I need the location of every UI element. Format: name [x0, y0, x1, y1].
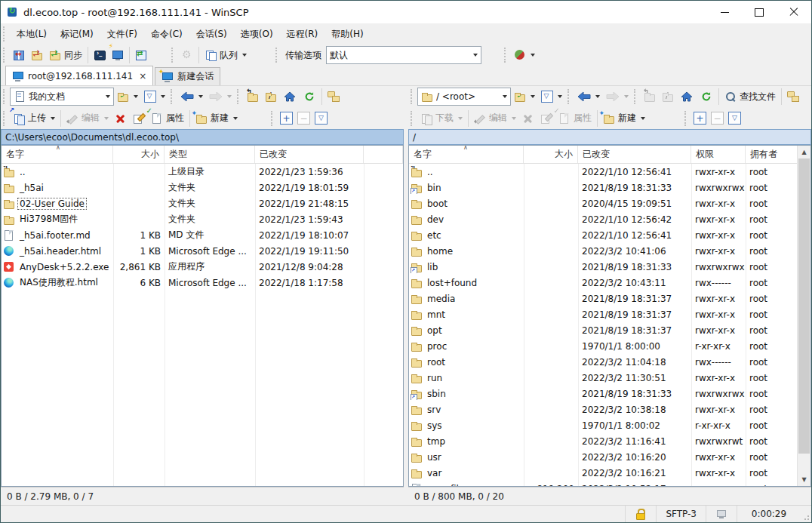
remote-refresh-button[interactable] — [697, 88, 715, 106]
upload-button[interactable]: 上传 — [11, 109, 57, 128]
local-rename-button[interactable] — [131, 109, 147, 128]
file-row[interactable]: var2022/3/2 10:16:21rwxr-xr-xroot — [409, 465, 798, 481]
remote-properties-button[interactable]: 属性 — [556, 109, 594, 128]
scrollbar-thumb[interactable] — [798, 158, 810, 454]
scroll-down-icon[interactable]: ▼ — [798, 473, 810, 486]
file-row[interactable]: proc1970/1/1 8:00:00r-xr-xr-xroot — [409, 338, 798, 354]
local-path-bar[interactable]: C:\Users\ecoo\Documents\dl.ecoo.top\ — [1, 129, 404, 145]
remote-location-combobox[interactable]: / <root> — [417, 88, 511, 106]
find-files-button[interactable]: 查找文件 — [722, 88, 778, 106]
menu-local[interactable]: 本地(L) — [10, 23, 54, 45]
console-button[interactable] — [109, 46, 126, 64]
file-row[interactable]: opt2021/8/19 18:31:37rwxr-xr-xroot — [409, 322, 798, 338]
file-row[interactable]: sys1970/1/1 8:00:02r-xr-xr-xroot — [409, 417, 798, 433]
menu-session[interactable]: 会话(S) — [189, 23, 234, 45]
file-row[interactable]: run2022/3/2 11:30:51rwxr-xr-xroot — [409, 370, 798, 386]
tab-close-icon[interactable]: × — [139, 71, 146, 82]
menu-mark[interactable]: 标记(M) — [54, 23, 100, 45]
transfer-mode-button[interactable] — [512, 46, 537, 64]
menu-options[interactable]: 选项(O) — [234, 23, 280, 45]
transfer-preset-combobox[interactable]: 默认 — [326, 46, 481, 64]
local-root-directory-button[interactable] — [263, 88, 279, 106]
invert-selection-button[interactable]: ▽ — [728, 112, 741, 125]
maximize-button[interactable] — [742, 1, 777, 23]
remote-path-bar[interactable]: / — [408, 129, 811, 145]
connection-cell[interactable] — [706, 506, 737, 522]
new-session-tab[interactable]: 新建会话 — [155, 67, 220, 85]
synchronize-browsing-button[interactable] — [29, 46, 45, 64]
file-row[interactable]: media2021/8/19 18:31:37rwxr-xr-xroot — [409, 291, 798, 306]
select-remove-button[interactable]: − — [711, 112, 724, 125]
refresh-panels-button[interactable] — [133, 46, 149, 64]
remote-delete-button[interactable] — [520, 109, 537, 128]
file-row[interactable]: NAS使用教程.html6 KBMicrosoft Edge ...2022/1… — [2, 275, 403, 291]
remote-open-directory-button[interactable] — [512, 88, 537, 106]
local-edit-button[interactable]: 编辑 — [64, 109, 111, 128]
encryption-cell[interactable] — [625, 506, 656, 522]
combobox-dropdown-button[interactable] — [101, 88, 113, 105]
scroll-up-icon[interactable]: ▲ — [798, 146, 810, 158]
combobox-dropdown-button[interactable] — [469, 47, 481, 63]
remote-root-directory-button[interactable] — [660, 88, 676, 106]
file-row[interactable]: _h5ai.header.html1 KBMicrosoft Edge ...2… — [2, 243, 403, 259]
remote-back-button[interactable] — [575, 88, 602, 106]
resize-grip[interactable] — [802, 513, 810, 521]
preferences-button[interactable] — [179, 46, 195, 64]
select-add-button[interactable]: + — [694, 112, 706, 125]
file-row[interactable]: srv2022/3/2 10:38:18rwxr-xr-xroot — [409, 401, 798, 417]
file-row[interactable]: boot2020/4/15 19:09:51rwxr-xr-xroot — [409, 195, 798, 211]
file-row[interactable]: mnt2021/8/19 18:31:37rwxr-xr-xroot — [409, 306, 798, 322]
minimize-button[interactable] — [707, 1, 742, 23]
column-header-size[interactable]: 大小 — [113, 146, 165, 163]
download-button[interactable]: 下载 — [418, 109, 465, 128]
local-delete-button[interactable] — [112, 109, 129, 128]
remote-parent-directory-button[interactable] — [641, 88, 658, 106]
remote-new-button[interactable]: 新建 — [601, 109, 647, 128]
local-location-combobox[interactable]: 我的文档 — [10, 88, 114, 106]
select-add-button[interactable]: + — [280, 112, 293, 125]
local-back-button[interactable] — [178, 88, 205, 106]
file-row[interactable]: 02-User Guide文件夹2022/1/19 21:48:15 — [2, 195, 403, 211]
close-button[interactable] — [777, 1, 811, 23]
remote-filter-button[interactable] — [539, 88, 564, 106]
menu-help[interactable]: 帮助(H) — [324, 23, 370, 45]
vertical-scrollbar[interactable]: ▲ ▼ — [797, 146, 810, 486]
local-parent-directory-button[interactable] — [245, 88, 261, 106]
protocol-cell[interactable]: SFTP-3 — [656, 506, 706, 522]
file-row[interactable]: swapfile819,2002022/3/2 10:52:17rw------… — [409, 481, 798, 486]
menu-commands[interactable]: 命令(C) — [144, 23, 189, 45]
file-row[interactable]: tmp2022/3/2 11:16:41rwxrwxrwtroot — [409, 433, 798, 449]
file-row[interactable]: ..2022/1/10 12:56:41rwxr-xr-xroot — [409, 164, 798, 180]
local-properties-button[interactable]: 属性 — [149, 109, 186, 128]
file-row[interactable]: sbin2021/8/19 18:31:33rwxrwxrwxroot — [409, 386, 798, 401]
local-forward-button[interactable] — [207, 88, 234, 106]
file-row[interactable]: etc2022/1/10 12:56:41rwxr-xr-xroot — [409, 227, 798, 243]
file-row[interactable]: home2022/3/2 10:41:06rwxr-xr-xroot — [409, 243, 798, 259]
local-home-directory-button[interactable] — [281, 88, 299, 106]
queue-button[interactable]: 队列 — [202, 46, 249, 64]
file-row[interactable]: bin2021/8/19 18:31:33rwxrwxrwxroot — [409, 180, 798, 195]
local-new-button[interactable]: 新建 — [193, 109, 240, 128]
menu-file[interactable]: 文件(F) — [100, 23, 144, 45]
column-header-size[interactable]: 大小 — [524, 146, 578, 163]
invert-selection-button[interactable]: ▽ — [315, 112, 328, 125]
remote-rename-button[interactable] — [538, 109, 555, 128]
file-row[interactable]: lib2021/8/19 18:31:33rwxrwxrwxroot — [409, 259, 798, 275]
file-row[interactable]: lost+found2022/3/2 10:43:11rwx------root — [409, 275, 798, 291]
swap-panels-button[interactable] — [11, 46, 27, 64]
open-terminal-button[interactable] — [91, 46, 108, 64]
combobox-dropdown-button[interactable] — [498, 88, 510, 105]
local-filter-button[interactable] — [142, 88, 168, 106]
remote-home-directory-button[interactable] — [678, 88, 696, 106]
file-row[interactable]: ..上级目录2022/1/23 1:59:36 — [2, 164, 403, 180]
file-row[interactable]: Hi3798M固件文件夹2022/1/23 1:59:43 — [2, 211, 403, 227]
file-row[interactable]: _h5ai.footer.md1 KBMD 文件2022/1/19 18:10:… — [2, 227, 403, 243]
file-row[interactable]: dev2022/1/10 12:56:42rwxr-xr-xroot — [409, 211, 798, 227]
column-header-changed[interactable]: 已改变 — [255, 146, 364, 163]
column-header-rights[interactable]: 权限 — [691, 146, 746, 163]
column-header-changed[interactable]: 已改变 — [578, 146, 691, 163]
file-row[interactable]: AnyDesk+5.2.2.exe2,861 KB应用程序2021/12/8 9… — [2, 259, 403, 275]
file-row[interactable]: usr2022/3/2 10:16:20rwxr-xr-xroot — [409, 449, 798, 465]
menu-remote[interactable]: 远程(R) — [280, 23, 325, 45]
synchronize-button[interactable]: 同步 — [47, 46, 85, 64]
